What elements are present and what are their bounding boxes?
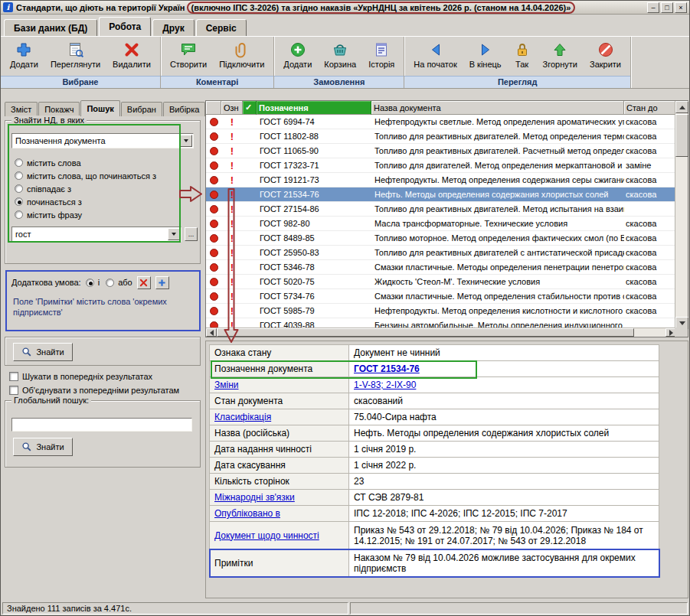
details-row[interactable]: Класифікація75.040-Сира нафта	[210, 409, 659, 425]
checkbox[interactable]	[9, 386, 18, 395]
toolbar-button-view-document[interactable]: Переглянути	[45, 38, 106, 71]
dropdown-arrow-icon[interactable]	[180, 135, 192, 147]
query-dropdown[interactable]: гост	[11, 227, 181, 242]
table-row[interactable]: !ГОСТ 8489-85Топливо моторное. Метод опр…	[206, 231, 688, 246]
match-option[interactable]: співпадає з	[15, 182, 156, 195]
collapse-icon	[551, 41, 568, 58]
details-row[interactable]: ПриміткиНаказом № 79 від 10.04.2026 можл…	[210, 549, 659, 577]
column-header[interactable]: Назва документа	[371, 101, 624, 115]
scroll-up-button[interactable]	[675, 101, 688, 113]
checkbox[interactable]	[9, 372, 18, 381]
column-header[interactable]: Позначення	[257, 101, 371, 115]
operator-option[interactable]: або	[106, 276, 132, 289]
details-row[interactable]: Дата надання чинності1 січня 2019 р.	[210, 442, 659, 458]
global-search-input[interactable]	[11, 418, 192, 432]
toolbar-button-order-add[interactable]: Додати	[278, 38, 317, 71]
search-option-checkbox[interactable]: Шукати в попередніх результатах	[9, 370, 179, 383]
details-label-link[interactable]: Документ щодо чинності	[214, 530, 319, 541]
dropdown-arrow-icon[interactable]	[168, 228, 180, 240]
details-value-link[interactable]: 1-V-83; 2-IX-90	[354, 380, 416, 390]
table-row[interactable]: !ГОСТ 19121-73Нефтепродукты. Метод опред…	[206, 173, 688, 187]
find-button[interactable]: Знайти	[13, 343, 73, 361]
details-row[interactable]: Дата скасування1 січня 2022 р.	[210, 458, 659, 474]
checkbox-label: Об'єднувати з попередніми результатам	[22, 386, 179, 395]
tab-item[interactable]: Бази даних (БД)	[4, 19, 97, 36]
vertical-scrollbar[interactable]	[675, 101, 688, 329]
more-options-button[interactable]: ...	[185, 227, 198, 241]
details-row[interactable]: Назва (російська)Нефть. Методы определен…	[210, 425, 659, 442]
radio-button[interactable]	[15, 197, 23, 206]
details-label-link[interactable]: Опубліковано в	[214, 508, 280, 519]
table-row[interactable]: !ГОСТ 5346-78Смазки пластичные. Методы о…	[206, 260, 688, 275]
field-selector-dropdown[interactable]: Позначення документа	[11, 133, 194, 148]
details-row[interactable]: Зміни1-V-83; 2-IX-90	[210, 377, 659, 393]
table-row[interactable]: !ГОСТ 5734-76Смазки пластичные. Метод оп…	[206, 289, 688, 304]
table-row[interactable]: !ГОСТ 5985-79Нефтепродукты. Метод опреде…	[206, 304, 688, 318]
radio-button[interactable]	[106, 279, 114, 287]
tab-item[interactable]: Друк	[152, 19, 194, 36]
global-find-button[interactable]: Знайти	[13, 438, 73, 456]
radio-button[interactable]	[86, 279, 94, 287]
table-row[interactable]: !ГОСТ 11802-88Топливо для реактивных дви…	[206, 129, 688, 144]
panel-tab[interactable]: Зміст	[5, 102, 38, 116]
toolbar-button-lock[interactable]: Так	[509, 38, 536, 71]
radio-button[interactable]	[15, 210, 23, 219]
toolbar-button-nav-first[interactable]: На початок	[408, 38, 462, 71]
details-label-link[interactable]: Міжнародні зв'язки	[214, 492, 295, 503]
details-row[interactable]: Ознака стануДокумент не чинний	[210, 345, 659, 361]
details-label-link[interactable]: Зміни	[214, 380, 239, 390]
table-row[interactable]: !ГОСТ 11065-90Топливо для реактивных дви…	[206, 144, 688, 158]
table-row[interactable]: !ГОСТ 5020-75Жидкость 'Стеол-М'. Техниче…	[206, 275, 688, 289]
remove-condition-button[interactable]	[137, 276, 151, 289]
minimize-button[interactable]: –	[647, 2, 659, 13]
table-row[interactable]: !ГОСТ 25950-83Топливо для реактивных дви…	[206, 246, 688, 260]
table-row[interactable]: !ГОСТ 21534-76Нефть. Методы определения …	[206, 187, 688, 202]
table-row[interactable]: !ГОСТ 6994-74Нефтепродукты светлые. Мето…	[206, 115, 688, 129]
radio-button[interactable]	[15, 158, 23, 167]
toolbar-button-attach-paperclip[interactable]: Підключити	[214, 38, 270, 71]
match-option[interactable]: містить слова	[15, 156, 156, 169]
radio-button[interactable]	[15, 184, 23, 193]
match-option[interactable]: містить фразу	[15, 208, 156, 221]
operator-option[interactable]: і	[86, 276, 100, 289]
panel-tab[interactable]: Пошук	[80, 100, 119, 116]
details-value-link[interactable]: ГОСТ 21534-76	[354, 363, 420, 374]
horizontal-scrollbar[interactable]	[206, 328, 676, 337]
close-button[interactable]: ×	[675, 2, 687, 13]
table-row[interactable]: !ГОСТ 27154-86Топливо для реактивных дви…	[206, 202, 688, 217]
panel-tab[interactable]: Покажч	[38, 102, 80, 116]
toolbar-button-delete-x[interactable]: Видалити	[107, 38, 156, 71]
details-row[interactable]: Кількість сторінок23	[210, 474, 659, 490]
toolbar-button-history[interactable]: Історія	[363, 38, 400, 71]
toolbar-button-nav-last[interactable]: В кінець	[464, 38, 507, 71]
panel-tab[interactable]: Вибран	[121, 102, 162, 116]
details-row[interactable]: Позначення документаГОСТ 21534-76	[210, 361, 659, 377]
details-row[interactable]: Стан документаскасований	[210, 393, 659, 409]
match-option[interactable]: містить слова, що починаються з	[15, 169, 156, 182]
toolbar-button-comment-create[interactable]: Створити	[165, 38, 212, 71]
operator-option-label: або	[118, 278, 132, 287]
table-row[interactable]: !ГОСТ 17323-71Топливо для двигателей. Ме…	[206, 158, 688, 173]
details-label-link[interactable]: Класифікація	[214, 412, 271, 422]
toolbar-button-basket[interactable]: Корзина	[319, 38, 361, 71]
vertical-scrollbar-thumb[interactable]	[675, 114, 688, 157]
table-row[interactable]: !ГОСТ 982-80Масла трансформаторные. Техн…	[206, 217, 688, 231]
column-header[interactable]: ✓	[243, 101, 257, 115]
details-row[interactable]: Опубліковано вІПС 12-2018; ІПС 4-2026; І…	[210, 506, 659, 522]
add-condition-button[interactable]	[155, 276, 169, 289]
panel-tab[interactable]: Вибірка	[163, 102, 206, 116]
column-header[interactable]	[206, 101, 221, 115]
maximize-button[interactable]: □	[661, 2, 673, 13]
scroll-left-button[interactable]	[206, 328, 217, 337]
radio-button[interactable]	[15, 171, 23, 180]
column-header[interactable]: Озн	[221, 101, 243, 115]
toolbar-button-add-plus[interactable]: Додати	[5, 38, 44, 71]
tab-item[interactable]: Сервіс	[196, 19, 247, 36]
match-option[interactable]: починається з	[15, 195, 156, 208]
details-row[interactable]: Документ щодо чинностіПриказ № 543 от 29…	[210, 522, 659, 549]
horizontal-scrollbar-thumb[interactable]	[217, 328, 634, 337]
toolbar-button-close-circle[interactable]: Закрити	[584, 38, 626, 71]
details-row[interactable]: Міжнародні зв'язкиСТ СЭВ 2879-81	[210, 490, 659, 506]
toolbar-button-collapse[interactable]: Згорнути	[538, 38, 583, 71]
tab-active[interactable]: Робота	[99, 17, 151, 36]
